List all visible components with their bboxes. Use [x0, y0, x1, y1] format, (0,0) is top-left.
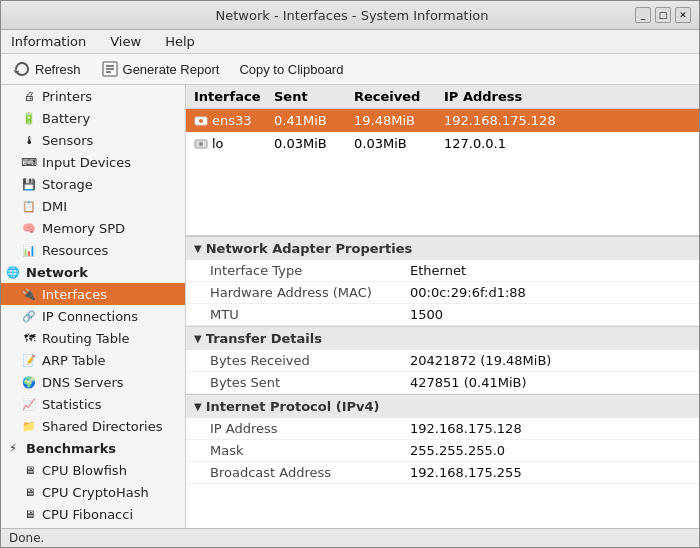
sidebar-item-battery[interactable]: 🔋 Battery	[1, 107, 185, 129]
ipv4-collapse-arrow[interactable]: ▼	[194, 401, 202, 412]
sidebar-item-input-devices[interactable]: ⌨ Input Devices	[1, 151, 185, 173]
interface-table: Interface Sent Received IP Address ens33…	[186, 85, 699, 236]
generate-report-button[interactable]: Generate Report	[95, 58, 226, 80]
sidebar-item-shared-directories[interactable]: 📁 Shared Directories	[1, 415, 185, 437]
svg-point-7	[199, 142, 203, 146]
printers-icon: 🖨	[21, 88, 37, 104]
maximize-button[interactable]: □	[655, 7, 671, 23]
right-panel: Interface Sent Received IP Address ens33…	[186, 85, 699, 528]
sidebar-item-resources[interactable]: 📊 Resources	[1, 239, 185, 261]
menu-information[interactable]: Information	[5, 32, 92, 51]
col-interface: Interface	[194, 89, 274, 104]
transfer-collapse-arrow[interactable]: ▼	[194, 333, 202, 344]
shared-icon: 📁	[21, 418, 37, 434]
sidebar-item-cpu-cryptohash[interactable]: 🖥 CPU CryptoHash	[1, 481, 185, 503]
sidebar-item-sensors[interactable]: 🌡 Sensors	[1, 129, 185, 151]
refresh-icon	[13, 60, 31, 78]
status-text: Done.	[9, 531, 44, 545]
table-row[interactable]: ens33 0.41MiB 19.48MiB 192.168.175.128	[186, 109, 699, 132]
bench-icon: ⚡	[5, 440, 21, 456]
sidebar: 🖨 Printers 🔋 Battery 🌡 Sensors ⌨ Input D…	[1, 85, 186, 528]
network-card-icon	[194, 114, 208, 128]
network-adapter-section-header: ▼ Network Adapter Properties	[186, 236, 699, 260]
cpu-fib-icon: 🖥	[21, 506, 37, 522]
sidebar-item-network[interactable]: 🌐 Network	[1, 261, 185, 283]
refresh-button[interactable]: Refresh	[7, 58, 87, 80]
ens33-interface: ens33	[194, 113, 274, 128]
lo-interface: lo	[194, 136, 274, 151]
storage-icon: 💾	[21, 176, 37, 192]
menu-view[interactable]: View	[104, 32, 147, 51]
sidebar-item-statistics[interactable]: 📈 Statistics	[1, 393, 185, 415]
sidebar-item-printers[interactable]: 🖨 Printers	[1, 85, 185, 107]
copy-clipboard-button[interactable]: Copy to Clipboard	[233, 60, 349, 79]
sidebar-item-dmi[interactable]: 📋 DMI	[1, 195, 185, 217]
table-header: Interface Sent Received IP Address	[186, 85, 699, 109]
sidebar-item-interfaces[interactable]: 🔌 Interfaces	[1, 283, 185, 305]
network-icon: 🌐	[5, 264, 21, 280]
window-title: Network - Interfaces - System Informatio…	[69, 8, 635, 23]
property-broadcast: Broadcast Address 192.168.175.255	[186, 462, 699, 484]
input-icon: ⌨	[21, 154, 37, 170]
close-button[interactable]: ✕	[675, 7, 691, 23]
property-bytes-received: Bytes Received 20421872 (19.48MiB)	[186, 350, 699, 372]
battery-icon: 🔋	[21, 110, 37, 126]
loopback-icon	[194, 137, 208, 151]
col-sent: Sent	[274, 89, 354, 104]
svg-point-5	[199, 119, 203, 123]
properties-area: ▼ Network Adapter Properties Interface T…	[186, 236, 699, 528]
resources-icon: 📊	[21, 242, 37, 258]
sidebar-item-storage[interactable]: 💾 Storage	[1, 173, 185, 195]
sidebar-item-arp-table[interactable]: 📝 ARP Table	[1, 349, 185, 371]
menubar: Information View Help	[1, 30, 699, 54]
sensors-icon: 🌡	[21, 132, 37, 148]
property-mac-address: Hardware Address (MAC) 00:0c:29:6f:d1:88	[186, 282, 699, 304]
arp-icon: 📝	[21, 352, 37, 368]
sidebar-item-cpu-blowfish[interactable]: 🖥 CPU Blowfish	[1, 459, 185, 481]
memory-icon: 🧠	[21, 220, 37, 236]
adapter-collapse-arrow[interactable]: ▼	[194, 243, 202, 254]
col-received: Received	[354, 89, 444, 104]
sidebar-item-cpu-fibonacci[interactable]: 🖥 CPU Fibonacci	[1, 503, 185, 525]
minimize-button[interactable]: _	[635, 7, 651, 23]
ip-icon: 🔗	[21, 308, 37, 324]
property-interface-type: Interface Type Ethernet	[186, 260, 699, 282]
title-bar: Network - Interfaces - System Informatio…	[1, 1, 699, 30]
col-ip: IP Address	[444, 89, 584, 104]
sidebar-item-dns-servers[interactable]: 🌍 DNS Servers	[1, 371, 185, 393]
window-controls: _ □ ✕	[635, 7, 691, 23]
main-window: Network - Interfaces - System Informatio…	[0, 0, 700, 548]
sidebar-item-benchmarks[interactable]: ⚡ Benchmarks	[1, 437, 185, 459]
stats-icon: 📈	[21, 396, 37, 412]
ipv4-section-header: ▼ Internet Protocol (IPv4)	[186, 394, 699, 418]
transfer-details-section-header: ▼ Transfer Details	[186, 326, 699, 350]
property-mtu: MTU 1500	[186, 304, 699, 326]
report-icon	[101, 60, 119, 78]
dns-icon: 🌍	[21, 374, 37, 390]
main-content: 🖨 Printers 🔋 Battery 🌡 Sensors ⌨ Input D…	[1, 85, 699, 528]
table-row[interactable]: lo 0.03MiB 0.03MiB 127.0.0.1	[186, 132, 699, 155]
cpu-crypto-icon: 🖥	[21, 484, 37, 500]
property-bytes-sent: Bytes Sent 427851 (0.41MiB)	[186, 372, 699, 394]
sidebar-item-ip-connections[interactable]: 🔗 IP Connections	[1, 305, 185, 327]
sidebar-item-memory-spd[interactable]: 🧠 Memory SPD	[1, 217, 185, 239]
interfaces-icon: 🔌	[21, 286, 37, 302]
property-mask: Mask 255.255.255.0	[186, 440, 699, 462]
routing-icon: 🗺	[21, 330, 37, 346]
status-bar: Done.	[1, 528, 699, 547]
dmi-icon: 📋	[21, 198, 37, 214]
sidebar-item-routing-table[interactable]: 🗺 Routing Table	[1, 327, 185, 349]
menu-help[interactable]: Help	[159, 32, 201, 51]
property-ip-address: IP Address 192.168.175.128	[186, 418, 699, 440]
toolbar: Refresh Generate Report Copy to Clipboar…	[1, 54, 699, 85]
table-empty-space	[186, 155, 699, 235]
cpu-blowfish-icon: 🖥	[21, 462, 37, 478]
